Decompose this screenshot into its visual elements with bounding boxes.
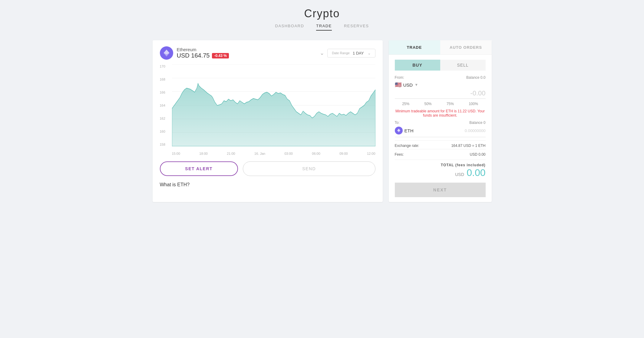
trade-section: BUY SELL From: Balance 0.0 🇺🇸 USD ▼ 25% … — [389, 55, 492, 202]
total-currency: USD — [455, 172, 464, 177]
rate-row: Exchange rate: 164.87 USD = 1 ETH — [395, 140, 486, 148]
x-label-1200: 12:00 — [367, 152, 375, 155]
y-label-164: 164 — [160, 104, 171, 107]
x-label-jan16: 16. Jan — [254, 152, 265, 155]
from-label: From: — [395, 75, 404, 80]
coin-details: Ethereum USD 164.75 -0.43 % — [177, 47, 229, 59]
x-label-1800: 18:00 — [199, 152, 208, 155]
total-amount: 0.00 — [467, 167, 485, 178]
fees-label: Fees: — [395, 152, 404, 157]
sell-tab[interactable]: SELL — [440, 60, 486, 71]
percentage-buttons: 25% 50% 75% 100% — [395, 102, 486, 106]
coin-change-badge: -0.43 % — [212, 53, 229, 58]
set-alert-button[interactable]: SET ALERT — [160, 161, 238, 176]
right-panel: TRADE AUTO ORDERS BUY SELL From: Balance… — [389, 40, 492, 202]
coin-selector-chevron[interactable]: ⌄ — [320, 50, 324, 56]
x-label-2100: 21:00 — [227, 152, 235, 155]
tab-auto-orders[interactable]: AUTO ORDERS — [440, 40, 492, 55]
y-label-160: 160 — [160, 130, 171, 133]
from-label-row: From: Balance 0.0 — [395, 75, 486, 80]
from-section: From: Balance 0.0 🇺🇸 USD ▼ — [395, 75, 486, 99]
buy-sell-tabs: BUY SELL — [395, 60, 486, 71]
warning-text: Minimum tradeable amount for ETH is 11.2… — [395, 109, 486, 118]
date-range-label: Date Range — [332, 51, 350, 55]
x-label-1500: 15:00 — [172, 152, 180, 155]
to-label: To: — [395, 121, 400, 125]
from-amount-input[interactable] — [395, 88, 486, 99]
total-amount-row: USD 0.00 — [395, 167, 486, 178]
coin-name: Ethereum — [177, 47, 229, 52]
from-currency: USD — [403, 82, 413, 88]
tab-trade[interactable]: TRADE — [389, 40, 440, 55]
date-range-value: 1 DAY — [353, 51, 364, 55]
y-label-162: 162 — [160, 117, 171, 120]
pct-25[interactable]: 25% — [402, 102, 409, 106]
buy-tab[interactable]: BUY — [395, 60, 440, 71]
main-layout: Ethereum USD 164.75 -0.43 % ⌄ Date Range… — [140, 35, 504, 208]
nav-reserves[interactable]: RESERVES — [344, 24, 369, 31]
nav-dashboard[interactable]: DASHBOARD — [275, 24, 304, 31]
usd-flag: 🇺🇸 — [395, 81, 401, 88]
y-label-170: 170 — [160, 65, 171, 68]
y-label-158: 158 — [160, 143, 171, 146]
pct-75[interactable]: 75% — [447, 102, 454, 106]
x-label-0900: 09:00 — [339, 152, 348, 155]
coin-logo — [160, 46, 173, 60]
next-button[interactable]: NEXT — [395, 183, 486, 197]
from-currency-chevron: ▼ — [414, 83, 418, 87]
total-section: TOTAL (fees included) USD 0.00 — [395, 160, 486, 180]
chart-svg — [172, 65, 375, 146]
y-label-168: 168 — [160, 78, 171, 81]
currency-selector[interactable]: 🇺🇸 USD ▼ — [395, 81, 486, 88]
chart-container: 170 168 166 164 162 160 158 — [160, 65, 375, 155]
y-label-166: 166 — [160, 91, 171, 94]
x-label-0300: 03:00 — [284, 152, 293, 155]
chart-panel: Ethereum USD 164.75 -0.43 % ⌄ Date Range… — [153, 40, 383, 202]
coin-price: USD 164.75 — [177, 52, 210, 59]
eth-logo — [395, 127, 403, 134]
from-balance: Balance 0.0 — [466, 75, 485, 80]
exchange-rate-label: Exchange rate: — [395, 144, 419, 148]
to-label-row: To: Balance 0 — [395, 121, 486, 125]
main-nav: DASHBOARD TRADE RESERVES — [0, 20, 644, 35]
date-range-selector[interactable]: Date Range 1 DAY ⌄ — [327, 49, 375, 58]
to-section: To: Balance 0 ETH 0.00000000 — [395, 121, 486, 137]
page-title: Crypto — [0, 7, 644, 20]
send-button[interactable]: SEND — [243, 161, 375, 176]
exchange-rate-value: 164.87 USD = 1 ETH — [451, 144, 485, 148]
chart-x-labels: 15:00 18:00 21:00 16. Jan 03:00 06:00 09… — [172, 148, 375, 155]
fees-row: Fees: USD 0.00 — [395, 149, 486, 157]
x-label-0600: 06:00 — [312, 152, 320, 155]
total-label: TOTAL (fees included) — [395, 163, 486, 167]
right-tabs: TRADE AUTO ORDERS — [389, 40, 492, 55]
what-is-eth: What is ETH? — [160, 176, 375, 187]
pct-100[interactable]: 100% — [469, 102, 478, 106]
eth-row: ETH 0.00000000 — [395, 127, 486, 137]
coin-info: Ethereum USD 164.75 -0.43 % — [160, 46, 229, 60]
chart-y-labels: 170 168 166 164 162 160 158 — [160, 65, 171, 146]
header: Crypto DASHBOARD TRADE RESERVES — [0, 0, 644, 35]
eth-left: ETH — [395, 127, 414, 134]
to-currency: ETH — [405, 128, 414, 133]
to-balance: Balance 0 — [469, 121, 485, 125]
chart-header: Ethereum USD 164.75 -0.43 % ⌄ Date Range… — [160, 46, 375, 60]
fees-value: USD 0.00 — [470, 152, 485, 157]
chart-area — [172, 65, 375, 146]
chart-buttons: SET ALERT SEND — [160, 161, 375, 176]
nav-trade[interactable]: TRADE — [316, 24, 332, 31]
date-range-chevron: ⌄ — [368, 51, 371, 55]
to-amount: 0.00000000 — [465, 128, 486, 133]
pct-50[interactable]: 50% — [424, 102, 431, 106]
